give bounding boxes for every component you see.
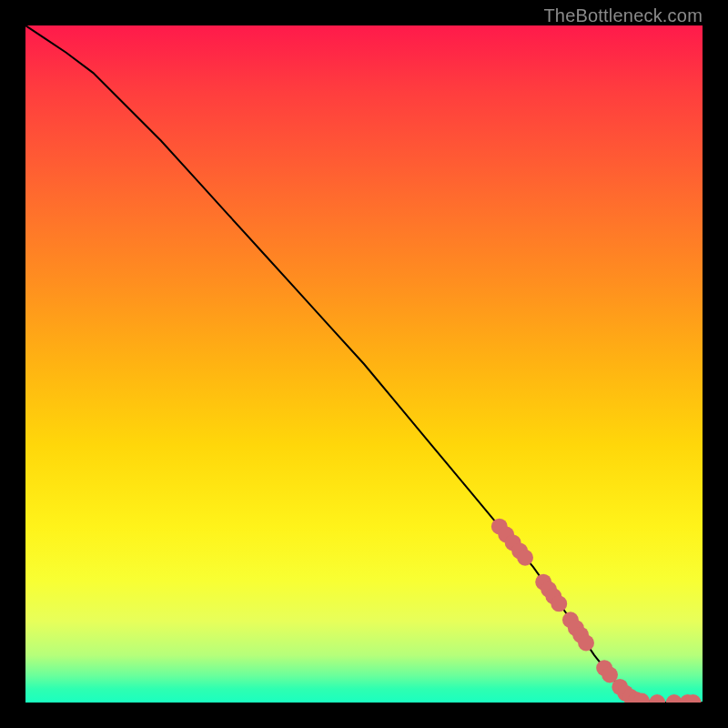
data-dot	[551, 595, 567, 612]
data-dot	[649, 694, 665, 703]
data-dots	[491, 519, 702, 703]
watermark-text: TheBottleneck.com	[543, 5, 703, 26]
data-dot	[578, 635, 594, 652]
chart-stage: TheBottleneck.com	[0, 0, 728, 728]
plot-area	[25, 25, 703, 703]
dots-layer	[25, 25, 703, 703]
data-dot	[517, 550, 533, 566]
